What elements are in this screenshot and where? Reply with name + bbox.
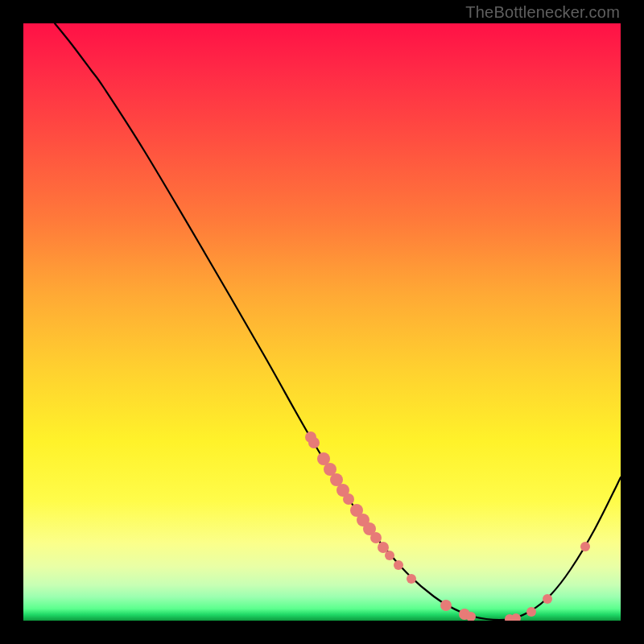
data-point xyxy=(526,607,536,617)
data-point xyxy=(394,560,403,570)
chart-container: TheBottlenecker.com xyxy=(0,0,644,644)
data-point xyxy=(440,600,452,611)
data-point xyxy=(385,551,394,560)
data-point xyxy=(343,493,354,505)
data-point xyxy=(580,542,590,551)
chart-svg xyxy=(23,23,621,621)
data-point xyxy=(543,594,552,604)
data-point xyxy=(308,437,320,448)
data-point xyxy=(370,532,382,543)
data-point xyxy=(407,574,416,584)
data-points-group xyxy=(305,431,590,621)
bottleneck-curve xyxy=(55,23,621,620)
attribution-label: TheBottlenecker.com xyxy=(465,3,620,22)
data-point xyxy=(511,613,521,621)
